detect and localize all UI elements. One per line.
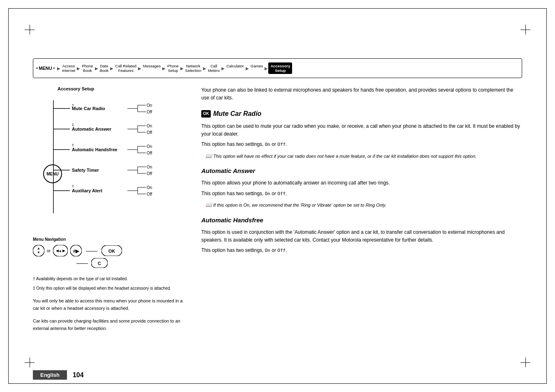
nav-hash-icon: #▶ bbox=[70, 245, 82, 256]
svg-text:Auxiliary Alert: Auxiliary Alert bbox=[72, 188, 103, 193]
tree-diagram: Mute Car Radio † On Off Automatic Answer… bbox=[37, 96, 189, 229]
svg-text:✱: ✱ bbox=[59, 250, 62, 253]
section-title-handsfree: Automatic Handsfree bbox=[201, 215, 522, 225]
svg-text:On: On bbox=[147, 144, 152, 149]
left-panel: Accessory Setup Mute Car Radio † On Off … bbox=[33, 86, 189, 359]
menu-item-phone-setup: PhoneSetup bbox=[166, 64, 180, 73]
svg-text:Mute Car Radio: Mute Car Radio bbox=[72, 106, 105, 111]
svg-text:Safety Timer: Safety Timer bbox=[72, 168, 99, 173]
svg-text:Automatic Handsfree: Automatic Handsfree bbox=[72, 147, 117, 152]
footnotes: † Availability depends on the type of ca… bbox=[33, 275, 189, 292]
menu-item-phone-book: PhoneBook bbox=[81, 64, 94, 73]
note-mute: 📖 This option will have no effect if you… bbox=[201, 152, 522, 161]
svg-text:†: † bbox=[72, 184, 74, 189]
menu-item-access-internet: AccessInternet bbox=[61, 64, 76, 73]
arrow-0: ▶ bbox=[57, 66, 60, 71]
svg-text:#▶: #▶ bbox=[73, 249, 80, 254]
intro-text: Your phone can also be linked to externa… bbox=[201, 86, 522, 102]
svg-text:Off: Off bbox=[147, 130, 152, 135]
svg-text:On: On bbox=[147, 124, 152, 128]
menu-item-date-book: DateBook bbox=[99, 64, 110, 73]
crosshair-top-right bbox=[520, 25, 530, 35]
section-body-auto-answer: This option allows your phone to automat… bbox=[201, 179, 522, 187]
border-left bbox=[8, 8, 9, 384]
nav-title: Menu Navigation bbox=[33, 237, 189, 242]
footnote-1: † Availability depends on the type of ca… bbox=[33, 275, 189, 282]
c-button-row: —— C bbox=[76, 258, 189, 268]
arrow-2: ▶ bbox=[95, 66, 98, 71]
nav-line: —— bbox=[86, 247, 97, 254]
menu-item-accessory-setup: AccessorySetup bbox=[268, 62, 292, 74]
language-badge: English bbox=[33, 370, 67, 380]
section-settings-auto-answer: This option has two settings, On or Off. bbox=[201, 190, 522, 198]
svg-text:Off: Off bbox=[147, 151, 152, 155]
section-body-mute: This option can be used to mute your car… bbox=[201, 122, 522, 138]
menu-label: ≡ MENU ≡ bbox=[36, 66, 55, 71]
menu-item-call-related: Call RelatedFeatures bbox=[114, 64, 138, 73]
arrow-5: ▶ bbox=[162, 66, 166, 71]
svg-text:On: On bbox=[147, 185, 152, 190]
arrow-3: ▶ bbox=[110, 66, 113, 71]
svg-text:▶: ▶ bbox=[62, 249, 65, 253]
page-number: 104 bbox=[73, 371, 84, 379]
or-text: or bbox=[47, 249, 51, 253]
svg-text:‡: ‡ bbox=[72, 123, 74, 127]
svg-text:◀: ◀ bbox=[55, 249, 58, 253]
svg-text:On: On bbox=[147, 165, 152, 169]
arrow-9: ▶ bbox=[246, 66, 249, 71]
border-bottom bbox=[8, 383, 547, 384]
menu-item-call-meters: CallMeters bbox=[207, 64, 221, 73]
section-settings-mute: This option has two settings, On or Off. bbox=[201, 141, 522, 148]
svg-text:▲: ▲ bbox=[37, 247, 40, 250]
nav-ok-button: OK bbox=[101, 245, 122, 256]
menu-item-calculator: Calculator bbox=[225, 64, 245, 73]
arrow-4: ▶ bbox=[138, 66, 141, 71]
svg-text:OK: OK bbox=[108, 249, 115, 254]
menu-tree-svg: Mute Car Radio † On Off Automatic Answer… bbox=[37, 96, 177, 228]
svg-text:Automatic Answer: Automatic Answer bbox=[72, 127, 112, 131]
nav-buttons: ▲ ▼ or ◀ ✱ ▶ #▶ —— bbox=[33, 245, 189, 256]
section-title-auto-answer: Automatic Answer bbox=[201, 166, 522, 176]
svg-text:Off: Off bbox=[147, 110, 152, 114]
note-auto-answer: 📖 If this option is On, we recommend tha… bbox=[201, 201, 522, 210]
arrow-7: ▶ bbox=[203, 66, 206, 71]
svg-text:C: C bbox=[98, 261, 101, 266]
nav-section: Menu Navigation ▲ ▼ or ◀ ✱ ▶ bbox=[33, 237, 189, 268]
main-content: Accessory Setup Mute Car Radio † On Off … bbox=[33, 86, 522, 359]
ok-icon-mute: OK bbox=[201, 110, 211, 118]
crosshair-top-left bbox=[25, 25, 35, 35]
arrow-8: ▶ bbox=[221, 66, 225, 71]
body-text-1: You will only be able to access this men… bbox=[33, 297, 189, 312]
svg-text:Off: Off bbox=[147, 171, 152, 176]
note-icon-auto-answer: 📖 bbox=[205, 202, 212, 208]
arrow-6: ▶ bbox=[180, 66, 184, 71]
menu-item-network-selection: NetworkSelection bbox=[184, 64, 203, 73]
menu-item-messages: Messages bbox=[142, 64, 162, 73]
svg-text:▼: ▼ bbox=[37, 251, 40, 254]
section-title-mute: OK Mute Car Radio bbox=[201, 108, 522, 119]
note-icon-mute: 📖 bbox=[205, 153, 212, 159]
nav-up-down-icon: ▲ ▼ bbox=[33, 245, 44, 256]
menu-item-games: Games bbox=[249, 64, 265, 73]
accessory-setup-title: Accessory Setup bbox=[58, 86, 189, 91]
right-panel: Your phone can also be linked to externa… bbox=[201, 86, 522, 359]
border-right bbox=[546, 8, 547, 384]
svg-text:On: On bbox=[147, 103, 152, 108]
body-text-2: Car kits can provide charging facilities… bbox=[33, 318, 189, 332]
bottom-bar: English 104 bbox=[33, 370, 522, 380]
nav-left-right-icon: ◀ ✱ ▶ bbox=[53, 245, 68, 256]
footnote-2: ‡ Only this option will be displayed whe… bbox=[33, 285, 189, 292]
menu-bar: ≡ MENU ≡ ▶ AccessInternet ▶ PhoneBook ▶ … bbox=[33, 58, 522, 78]
arrow-10: ▶ bbox=[265, 66, 268, 71]
section-settings-handsfree: This option has two settings, On or Off. bbox=[201, 247, 522, 254]
section-body-handsfree: This option is used in conjunction with … bbox=[201, 228, 522, 244]
nav-c-button: C bbox=[91, 258, 108, 268]
arrow-1: ▶ bbox=[77, 66, 80, 71]
svg-text:Off: Off bbox=[147, 192, 152, 196]
svg-text:†: † bbox=[72, 143, 74, 148]
border-top bbox=[8, 8, 547, 9]
svg-text:†: † bbox=[72, 104, 74, 108]
